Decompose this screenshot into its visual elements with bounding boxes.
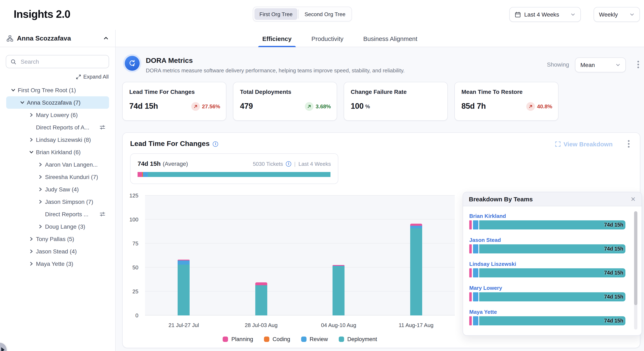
chevron-right-icon[interactable] [38,187,43,191]
chevron-down-icon [616,63,620,67]
search-input[interactable] [20,58,104,65]
tab-productivity[interactable]: Productivity [307,30,348,47]
legend-item-deployment[interactable]: Deployment [339,336,377,342]
filter-sliders-icon[interactable] [100,124,105,130]
showing-select[interactable]: Mean [575,58,626,72]
expand-all-label: Expand All [83,74,109,80]
lead-time-bar-chart [145,196,455,315]
legend-swatch [223,336,228,342]
tree-item-label: Anna Scozzafava (7) [27,99,80,106]
tree-item-aaron-van-langen[interactable]: Aaron Van Langen... [6,158,109,171]
filter-sliders-icon[interactable] [100,211,105,217]
team-lead-time-bar[interactable]: 74d 15h [469,268,626,277]
chevron-right-icon[interactable] [28,249,34,253]
tree-item-mary-lowery-6[interactable]: Mary Lowery (6) [6,109,109,121]
team-lead-time-value: 74d 15h [604,294,623,300]
top-header: Insights 2.0 First Org Tree Second Org T… [0,0,644,30]
phase-segment-planning [469,268,472,277]
tree-item-doug-lange-3[interactable]: Doug Lange (3) [6,220,109,233]
bar-segment-deployment [255,285,267,315]
team-name-link[interactable]: Maya Yette [469,309,497,315]
tree-item-label: First Org Tree Root (1) [18,87,76,93]
chevron-right-icon[interactable] [28,237,34,241]
tree-item-sireesha-kunduri-7[interactable]: Sireesha Kunduri (7) [6,171,109,183]
tree-item-tony-pallas-5[interactable]: Tony Pallas (5) [6,233,109,245]
summary-phase-bar [138,172,330,177]
sidebar-collapse-chevron-up-icon[interactable] [103,36,109,41]
granularity-select[interactable]: Weekly [594,7,640,22]
tree-item-judy-saw-4[interactable]: Judy Saw (4) [6,183,109,196]
panel-scrollbar-thumb[interactable] [634,211,638,305]
tab-business-alignment[interactable]: Business Alignment [359,30,422,47]
legend-label: Planning [231,336,253,342]
tree-item-direct-reports[interactable]: Direct Reports ... [6,208,109,220]
date-range-select[interactable]: Last 4 Weeks [509,7,581,22]
chevron-down-icon[interactable] [28,150,34,154]
chevron-right-icon[interactable] [28,113,34,117]
bar-11-aug-17-aug[interactable] [410,224,422,315]
x-tick-label: 21 Jul-27 Jul [151,322,217,328]
tree-item-label: Brian Kirkland (6) [36,149,80,155]
tree-item-label: Lindsay Liszewski (8) [36,136,91,143]
org-tree: First Org Tree Root (1)Anna Scozzafava (… [0,84,115,270]
search-icon [10,59,16,65]
view-breakdown-button[interactable]: View Breakdown [555,140,612,147]
tree-item-lindsay-liszewski-8[interactable]: Lindsay Liszewski (8) [6,134,109,146]
toggle-second-org-tree[interactable]: Second Org Tree [300,8,350,20]
legend-item-planning[interactable]: Planning [223,336,253,342]
expand-all-icon [76,74,81,79]
dora-kebab-menu[interactable] [634,59,642,70]
expand-all-button[interactable]: Expand All [76,74,109,80]
chevron-right-icon[interactable] [28,262,34,266]
tab-efficiency[interactable]: Efficiency [258,30,296,47]
team-lead-time-bar[interactable]: 74d 15h [469,316,626,325]
chevron-right-icon[interactable] [38,162,43,167]
chevron-right-icon[interactable] [38,175,43,179]
lead-time-title: Lead Time For Changes [130,140,210,148]
bar-04-aug-10-aug[interactable] [333,265,345,315]
y-tick-label: 125 [130,192,138,199]
y-tick-label: 25 [132,288,138,294]
legend-item-coding[interactable]: Coding [264,336,290,342]
y-tick-label: 50 [132,264,138,271]
tree-item-direct-reports-of-a[interactable]: Direct Reports of A... [6,121,109,134]
chevron-right-icon[interactable] [38,224,43,229]
tree-item-brian-kirkland-6[interactable]: Brian Kirkland (6) [6,146,109,158]
tree-item-jason-stead-4[interactable]: Jason Stead (4) [6,245,109,258]
metric-card-delta-value: 3.68% [316,103,331,109]
calendar-icon [515,11,521,18]
team-name-link[interactable]: Jason Stead [469,237,501,243]
team-lead-time-value: 74d 15h [604,318,623,324]
tree-item-first-org-tree-root-1[interactable]: First Org Tree Root (1) [6,84,109,96]
info-icon[interactable]: i [213,141,218,147]
bar-21-jul-27-jul[interactable] [178,260,190,315]
chevron-right-icon[interactable] [28,138,34,142]
phase-segment-planning [469,244,472,253]
summary-average-label: (Average) [163,160,188,167]
legend-swatch [301,336,306,342]
tree-item-anna-scozzafava-7[interactable]: Anna Scozzafava (7) [6,96,109,109]
tree-item-maya-yette-3[interactable]: Maya Yette (3) [6,258,109,270]
chevron-down-icon[interactable] [10,88,16,92]
chevron-right-icon[interactable] [38,200,43,204]
info-icon[interactable]: i [286,161,291,167]
panel-scrollbar-track [634,211,638,329]
lead-time-kebab-menu[interactable] [625,139,632,149]
legend-label: Coding [272,336,290,342]
toggle-first-org-tree[interactable]: First Org Tree [254,8,298,20]
team-lead-time-value: 74d 15h [604,246,623,252]
legend-item-review[interactable]: Review [301,336,328,342]
team-name-link[interactable]: Lindsay Liszewski [469,261,516,267]
team-lead-time-bar[interactable]: 74d 15h [469,244,626,253]
team-name-link[interactable]: Mary Lowery [469,285,502,291]
bar-segment-review [410,226,422,228]
team-name-link[interactable]: Brian Kirkland [469,213,506,219]
team-lead-time-bar[interactable]: 74d 15h [469,220,626,229]
team-lead-time-bar[interactable]: 74d 15h [469,292,626,301]
bar-28-jul-03-aug[interactable] [255,282,267,315]
arrow-right-icon [1,347,4,351]
sidebar-expand-handle[interactable] [0,343,6,351]
close-icon[interactable]: ✕ [630,196,636,202]
tree-item-jason-simpson-7[interactable]: Jason Simpson (7) [6,196,109,208]
chevron-down-icon[interactable] [20,101,25,105]
